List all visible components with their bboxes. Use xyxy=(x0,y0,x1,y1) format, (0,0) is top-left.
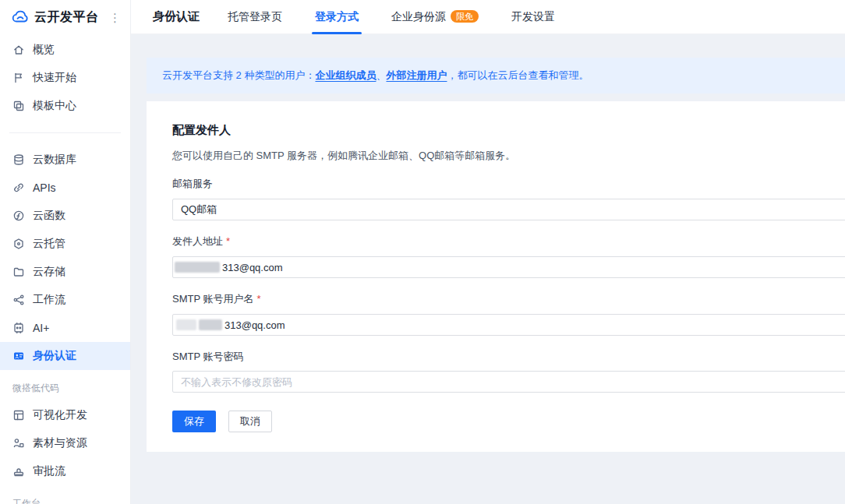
main-content: 云开发平台支持 2 种类型的用户：企业组织成员、外部注册用户，都可以在云后台查看… xyxy=(131,34,845,504)
sidebar-item-cloud-functions[interactable]: 云函数 xyxy=(0,202,130,230)
sidebar-item-label: 模板中心 xyxy=(33,99,76,113)
sidebar-item-label: 身份认证 xyxy=(33,349,76,363)
sidebar-item-approval-flow[interactable]: 审批流 xyxy=(0,457,130,485)
smtp-username-input[interactable]: 313@qq.com xyxy=(172,314,845,336)
layout-icon xyxy=(12,409,25,421)
function-icon xyxy=(12,210,25,222)
template-icon xyxy=(12,100,25,112)
sidebar-item-label: 可视化开发 xyxy=(33,408,87,422)
cancel-button[interactable]: 取消 xyxy=(228,411,272,432)
home-icon xyxy=(12,44,25,56)
sidebar-item-label: APIs xyxy=(33,182,56,194)
save-button[interactable]: 保存 xyxy=(172,411,216,432)
info-banner: 云开发平台支持 2 种类型的用户：企业组织成员、外部注册用户，都可以在云后台查看… xyxy=(147,58,845,93)
sidebar-item-label: 云托管 xyxy=(33,237,65,251)
redacted-block xyxy=(176,319,196,330)
hexagon-icon xyxy=(12,238,25,250)
sidebar-item-cloud-hosting[interactable]: 云托管 xyxy=(0,230,130,258)
database-icon xyxy=(12,153,25,166)
sender-address-input[interactable]: 313@qq.com xyxy=(172,256,845,278)
tab-hosted-login-page[interactable]: 托管登录页 xyxy=(225,0,285,34)
sidebar-item-overview[interactable]: 概览 xyxy=(0,36,130,64)
email-service-input[interactable] xyxy=(172,199,845,220)
sidebar-item-label: 素材与资源 xyxy=(33,436,87,450)
sidebar-item-label: 审批流 xyxy=(33,464,65,478)
id-card-icon xyxy=(12,350,25,362)
top-header: 身份认证 托管登录页 登录方式 企业身份源 限免 开发设置 xyxy=(131,0,845,34)
email-service-label: 邮箱服务 xyxy=(172,177,213,191)
tab-label: 开发设置 xyxy=(511,10,555,24)
sidebar-item-identity-auth[interactable]: 身份认证 xyxy=(0,342,130,370)
page-title: 身份认证 xyxy=(153,9,200,24)
sidebar-section-workbench: 工作台 xyxy=(0,490,130,504)
sidebar-section-lowcode: 微搭低代码 xyxy=(0,375,130,401)
folder-icon xyxy=(12,266,25,278)
api-link-icon xyxy=(12,182,25,194)
sidebar-menu: 概览 快速开始 模板中心 云数据库 APIs xyxy=(0,34,130,504)
link-external-users[interactable]: 外部注册用户 xyxy=(386,69,447,83)
sidebar-item-label: 工作流 xyxy=(33,293,65,307)
tab-enterprise-identity-source[interactable]: 企业身份源 限免 xyxy=(388,0,482,34)
tab-label: 登录方式 xyxy=(315,10,359,24)
redacted-block xyxy=(175,262,220,273)
sidebar-item-visual-dev[interactable]: 可视化开发 xyxy=(0,401,130,429)
chip-icon xyxy=(12,322,25,334)
app-title: 云开发平台 xyxy=(34,9,99,26)
sidebar-item-template-center[interactable]: 模板中心 xyxy=(0,92,130,120)
more-menu-icon[interactable]: ⋮ xyxy=(109,12,121,23)
form-actions: 保存 取消 xyxy=(172,411,272,432)
smtp-username-label: SMTP 账号用户名* xyxy=(172,292,261,306)
card-title: 配置发件人 xyxy=(172,123,231,138)
sender-address-value: 313@qq.com xyxy=(222,262,283,273)
sidebar-item-label: 云数据库 xyxy=(33,153,76,167)
sidebar-item-ai-plus[interactable]: AI+ xyxy=(0,314,130,342)
smtp-password-input[interactable] xyxy=(172,371,845,393)
card-description: 您可以使用自己的 SMTP 服务器，例如腾讯企业邮箱、QQ邮箱等邮箱服务。 xyxy=(172,149,515,163)
flag-icon xyxy=(12,72,25,84)
sidebar-item-cloud-storage[interactable]: 云存储 xyxy=(0,258,130,286)
sidebar-item-label: 快速开始 xyxy=(33,71,76,85)
sender-address-label: 发件人地址* xyxy=(172,234,230,248)
sidebar-header: 云开发平台 ⋮ xyxy=(0,0,130,34)
sidebar-item-assets-resources[interactable]: 素材与资源 xyxy=(0,429,130,457)
banner-separator: 、 xyxy=(376,69,386,83)
stamp-icon xyxy=(12,465,25,478)
banner-text-prefix: 云开发平台支持 2 种类型的用户： xyxy=(162,69,315,83)
sidebar-item-label: 云函数 xyxy=(33,209,65,223)
required-marker: * xyxy=(226,235,230,247)
sidebar-item-apis[interactable]: APIs xyxy=(0,174,130,202)
tab-dev-settings[interactable]: 开发设置 xyxy=(508,0,558,34)
tab-label: 托管登录页 xyxy=(228,10,282,24)
sidebar-item-label: 云存储 xyxy=(33,265,65,279)
tab-bar: 托管登录页 登录方式 企业身份源 限免 开发设置 xyxy=(225,0,585,34)
sidebar-item-quick-start[interactable]: 快速开始 xyxy=(0,64,130,92)
cloud-logo-icon xyxy=(11,8,30,26)
redacted-block xyxy=(199,319,222,330)
assets-icon xyxy=(12,437,25,449)
sidebar: 云开发平台 ⋮ 概览 快速开始 模板中心 云数据库 xyxy=(0,0,131,504)
sidebar-divider xyxy=(9,132,121,133)
sidebar-item-workflow[interactable]: 工作流 xyxy=(0,286,130,314)
limited-free-badge: 限免 xyxy=(451,10,479,23)
sidebar-item-label: 概览 xyxy=(33,43,55,57)
tab-label: 企业身份源 xyxy=(391,10,446,24)
smtp-password-label: SMTP 账号密码 xyxy=(172,350,244,364)
tab-login-method[interactable]: 登录方式 xyxy=(312,0,362,34)
required-marker: * xyxy=(257,293,261,305)
link-enterprise-members[interactable]: 企业组织成员 xyxy=(315,69,376,83)
smtp-username-value: 313@qq.com xyxy=(225,319,285,331)
sender-config-card: 配置发件人 您可以使用自己的 SMTP 服务器，例如腾讯企业邮箱、QQ邮箱等邮箱… xyxy=(147,101,845,452)
sidebar-item-cloud-database[interactable]: 云数据库 xyxy=(0,146,130,174)
sidebar-item-label: AI+ xyxy=(33,322,49,334)
workflow-icon xyxy=(12,294,25,306)
banner-text-suffix: ，都可以在云后台查看和管理。 xyxy=(447,69,589,83)
